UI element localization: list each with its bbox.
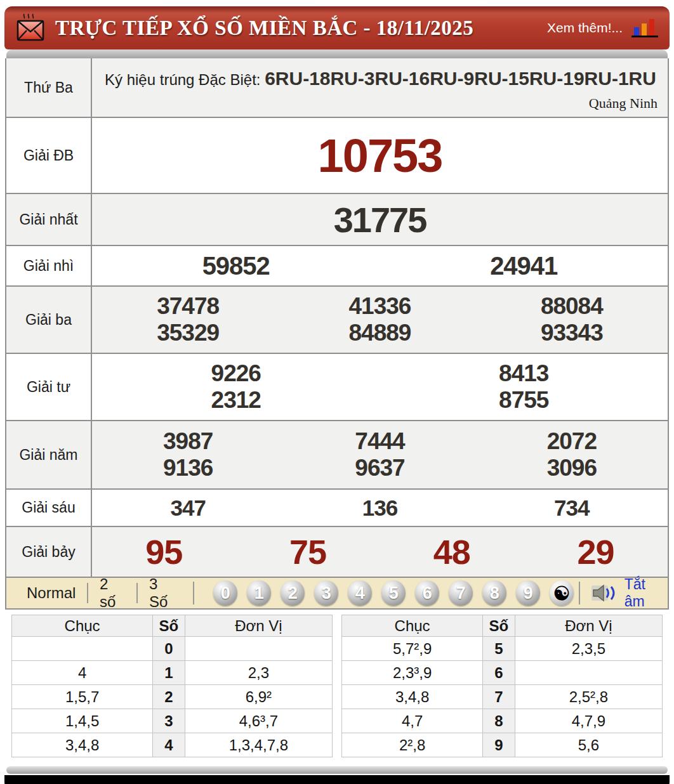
chuc-cell: 1,4,5 [12,709,153,733]
prize-number: 2072 [476,428,668,455]
prize-number: 734 [476,495,668,521]
prize-number: 347 [92,495,284,521]
prize-label: Giải ba [6,287,92,353]
number-ball-5[interactable]: 5 [381,580,406,606]
number-ball-3[interactable]: 3 [314,580,338,606]
mute-button[interactable]: Tắt âm [574,576,659,610]
prize-number: 59852 [92,252,380,280]
divider [193,582,194,604]
number-ball-9[interactable]: 9 [516,580,540,606]
prize-number: 37478 [92,293,284,320]
bottom-black-bar [4,775,670,784]
so-cell: 9 [483,733,515,757]
head-tail-table-right: Chục Số Đơn Vị 5,7²,9 5 2,3,5 2,3³,9 6 3… [341,615,663,757]
table-row: 3,4,8 4 1,3,4,7,8 [12,733,333,757]
chuc-cell: 4 [12,661,153,685]
number-ball-6[interactable]: 6 [415,580,439,606]
prize-number: 24941 [380,252,668,280]
number-ball-7[interactable]: 7 [449,580,473,606]
donvi-cell: 2,3,5 [515,637,662,661]
table-header-row: Chục Số Đơn Vị [342,615,663,637]
prize-label: Giải nhì [6,246,92,285]
donvi-cell [515,661,662,685]
number-ball-8[interactable]: 8 [482,580,506,606]
table-row: 5,7²,9 5 2,3,5 [342,637,663,661]
number-ball-group: 0 1 2 3 4 5 6 7 8 9 ☯ [213,580,574,606]
special-sign-cell: Ký hiệu trúng Đặc Biệt: 6RU-18RU-3RU-16R… [92,58,668,117]
chuc-cell: 5,7²,9 [342,637,483,661]
number-ball-0[interactable]: 0 [213,580,237,606]
column-header-donvi: Đơn Vị [185,615,332,637]
lottery-widget: TRỰC TIẾP XỔ SỐ MIỀN BẮC - 18/11/2025 Xe… [0,0,674,784]
chuc-cell: 1,5,7 [12,685,153,709]
prize-number: 75 [236,532,380,572]
prize-number: 8755 [380,387,668,414]
control-bar: Normal 2 số 3 Số 0 1 2 3 4 5 6 7 8 9 ☯ [6,577,668,608]
prize-number: 88084 [476,293,668,320]
prize-label: Giải ĐB [6,118,92,193]
so-cell: 0 [153,637,185,661]
prize-row-third: Giải ba 37478 41336 88084 35329 84889 93… [6,285,668,353]
prize-number: 35329 [92,320,284,346]
number-ball-1[interactable]: 1 [247,580,271,606]
prize-row-sixth: Giải sáu 347 136 734 [6,488,668,526]
prize-label: Giải nhất [6,194,92,245]
prize-number: 93343 [476,320,668,346]
prize-number: 10753 [92,129,668,183]
so-cell: 4 [153,733,185,757]
number-ball-4[interactable]: 4 [348,580,372,606]
column-header-chuc: Chục [12,615,153,637]
head-tail-section: Chục Số Đơn Vị 0 4 1 2,3 1,5,7 2 6,9² 1,… [11,615,663,757]
column-header-so: Số [153,615,185,637]
prize-row-special: Giải ĐB 10753 [6,117,668,193]
chuc-cell [12,637,153,661]
results-table: Thứ Ba Ký hiệu trúng Đặc Biệt: 6RU-18RU-… [5,58,669,610]
bottom-gray-strip [6,766,668,774]
prize-label: Giải năm [6,421,92,488]
prize-number: 136 [284,495,475,521]
donvi-cell: 4,6³,7 [185,709,332,733]
speaker-icon [591,584,618,603]
yin-yang-ball[interactable]: ☯ [550,580,574,606]
table-header-row: Chục Số Đơn Vị [12,615,333,637]
chuc-cell: 3,4,8 [12,733,153,757]
mode-3so-button[interactable]: 3 Số [138,575,188,611]
column-header-donvi: Đơn Vị [515,615,662,637]
table-row: 3,4,8 7 2,5²,8 [342,685,663,709]
so-cell: 3 [153,709,185,733]
donvi-cell: 4,7,9 [515,709,662,733]
donvi-cell: 2,5²,8 [515,685,662,709]
head-tail-table-left: Chục Số Đơn Vị 0 4 1 2,3 1,5,7 2 6,9² 1,… [11,615,333,757]
see-more-link[interactable]: Xem thêm!... [547,20,623,36]
mode-normal-button[interactable]: Normal [15,584,87,602]
chuc-cell: 2²,8 [342,733,483,757]
prize-number: 9226 [92,360,380,387]
prize-label: Giải sáu [6,490,92,526]
prize-row-second: Giải nhì 59852 24941 [6,245,668,285]
prize-number: 3987 [92,428,284,455]
top-gray-strip [6,49,668,58]
prize-label: Giải tư [6,354,92,420]
prize-number: 3096 [476,455,668,481]
donvi-cell: 1,3,4,7,8 [185,733,332,757]
sign-label: Ký hiệu trúng Đặc Biệt: [105,71,265,88]
so-cell: 7 [483,685,515,709]
header-bar: TRỰC TIẾP XỔ SỐ MIỀN BẮC - 18/11/2025 Xe… [4,6,670,49]
donvi-cell [185,637,332,661]
so-cell: 1 [153,661,185,685]
prize-label: Giải bảy [6,527,92,577]
prize-number: 84889 [284,320,475,346]
number-ball-2[interactable]: 2 [281,580,305,606]
so-cell: 2 [153,685,185,709]
table-row: 0 [12,637,333,661]
prize-number: 41336 [284,293,475,320]
page-title: TRỰC TIẾP XỔ SỐ MIỀN BẮC - 18/11/2025 [55,16,473,40]
bar-chart-icon[interactable] [631,18,658,38]
prize-row-seventh: Giải bảy 95 75 48 29 [6,526,668,577]
weekday-label: Thứ Ba [6,58,92,117]
special-sign-row: Thứ Ba Ký hiệu trúng Đặc Biệt: 6RU-18RU-… [6,58,668,117]
divider [579,582,580,604]
prize-number: 48 [380,532,524,572]
mode-2so-button[interactable]: 2 số [88,575,136,611]
prize-row-fourth: Giải tư 9226 8413 2312 8755 [6,353,668,420]
